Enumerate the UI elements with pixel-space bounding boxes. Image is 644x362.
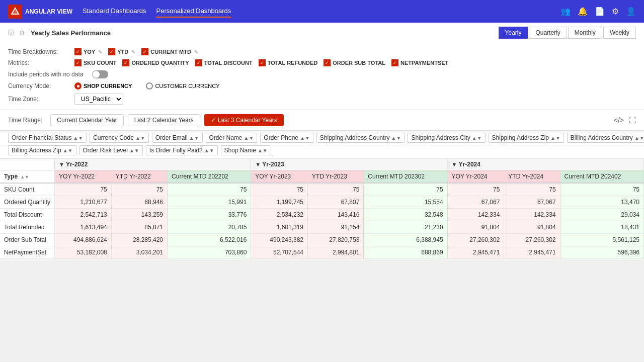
data-cell: 15,991 <box>168 196 251 209</box>
chip-order-financial-status[interactable]: Order Financial Status ▲▼ <box>8 133 87 143</box>
top-nav: ANGULAR VIEW Standard Dashboards Persona… <box>0 0 644 23</box>
data-cell: 28,285,420 <box>111 234 167 246</box>
chip-billing-country[interactable]: Billing Address Country ▲▼ <box>567 133 644 143</box>
radio-shop-currency[interactable]: SHOP CURRENCY <box>74 82 132 89</box>
nav-personalized-dashboards[interactable]: Personalized Dashboards <box>156 5 231 18</box>
tab-quarterly[interactable]: Quarterly <box>529 27 567 39</box>
table-row: Order Sub Total494,886,62428,285,4206,52… <box>0 234 644 246</box>
col-mtd-2024[interactable]: Current MTD 202402 <box>560 170 643 184</box>
metrics-row: Metrics: ✓ SKU COUNT ✓ ORDERED QUANTITY … <box>8 59 636 66</box>
code-icon[interactable]: </> <box>614 116 624 124</box>
range-last-3-years[interactable]: ✓Last 3 Calendar Years <box>204 114 284 126</box>
col-yoy-2022[interactable]: YOY Yr-2022 <box>55 170 112 184</box>
data-cell: 1,199,745 <box>251 196 308 209</box>
chip-currency-code[interactable]: Currency Code ▲▼ <box>90 133 149 143</box>
col-yoy-2024[interactable]: YOY Yr-2024 <box>447 170 504 184</box>
chip-sort-icon: ▲▼ <box>244 135 254 141</box>
chip-order-phone[interactable]: Order Phone ▲▼ <box>260 133 313 143</box>
chip-order-name[interactable]: Order Name ▲▼ <box>206 133 258 143</box>
checkbox-sku-count[interactable]: ✓ SKU COUNT <box>74 59 116 66</box>
user-icon[interactable]: 👤 <box>626 7 636 16</box>
data-cell: 91,154 <box>308 221 364 234</box>
col-ytd-2022[interactable]: YTD Yr-2022 <box>111 170 167 184</box>
sliders-icon[interactable]: ⚙ <box>612 7 619 16</box>
chip-fully-paid[interactable]: Is Order Fully Paid? ▲▼ <box>146 145 218 155</box>
time-range-actions: </> ⛶ <box>614 116 636 124</box>
no-data-toggle[interactable] <box>92 70 108 78</box>
data-cell: 33,776 <box>168 209 251 221</box>
checkbox-ordered-qty[interactable]: ✓ ORDERED QUANTITY <box>122 59 189 66</box>
col-mtd-2022[interactable]: Current MTD 202202 <box>168 170 251 184</box>
tab-monthly[interactable]: Monthly <box>568 27 602 39</box>
range-current-year[interactable]: Current Calendar Year <box>50 114 123 126</box>
yr2023-header: ▼ Yr-2023 <box>251 159 447 170</box>
tab-yearly[interactable]: Yearly <box>499 27 528 39</box>
yr2022-header: ▼ Yr-2022 <box>55 159 251 170</box>
chip-shop-name[interactable]: Shop Name ▲▼ <box>221 145 271 155</box>
col-mtd-2023[interactable]: Current MTD 202302 <box>364 170 447 184</box>
cb-sku-box: ✓ <box>74 59 82 66</box>
data-cell: 494,886,624 <box>55 234 112 246</box>
edit-mtd-icon[interactable]: ✎ <box>194 49 198 55</box>
checkbox-netpaymentset[interactable]: ✓ NETPAYMENTSET <box>391 59 448 66</box>
chip-billing-zip[interactable]: Billing Address Zip ▲▼ <box>8 145 76 155</box>
data-table-container: ▼ Yr-2022 ▼ Yr-2023 ▼ Yr-2024 Type ▲▼ YO… <box>0 159 644 259</box>
data-cell: 688,869 <box>364 246 447 259</box>
customer-currency-label: CUSTOMER CURRENCY <box>155 83 219 89</box>
users-icon[interactable]: 👥 <box>560 7 571 16</box>
edit-ytd-icon[interactable]: ✎ <box>131 49 135 55</box>
data-cell: 85,871 <box>111 221 167 234</box>
currency-mode-label: Currency Mode: <box>8 82 68 89</box>
col-type[interactable]: Type ▲▼ <box>0 170 55 184</box>
logo[interactable]: ANGULAR VIEW <box>8 5 72 19</box>
clipboard-icon[interactable]: 📄 <box>595 7 605 16</box>
settings-icon[interactable]: ⛭ <box>19 29 26 37</box>
chip-label: Currency Code <box>93 134 134 141</box>
edit-yoy-icon[interactable]: ✎ <box>98 49 102 55</box>
tab-weekly[interactable]: Weekly <box>603 27 636 39</box>
row-type-cell: Total Discount <box>0 209 55 221</box>
expand-icon[interactable]: ⛶ <box>629 116 636 124</box>
col-yoy-2023[interactable]: YOY Yr-2023 <box>251 170 308 184</box>
chip-order-risk[interactable]: Order Risk Level ▲▼ <box>79 145 143 155</box>
checkbox-yoy[interactable]: ✓ YOY ✎ <box>74 48 102 55</box>
chip-label: Billing Address Country <box>571 134 633 141</box>
data-cell: 68,946 <box>111 196 167 209</box>
bell-icon[interactable]: 🔔 <box>578 7 588 16</box>
table-row: NetPaymentSet53,182,0083,034,201703,8605… <box>0 246 644 259</box>
nav-standard-dashboards[interactable]: Standard Dashboards <box>83 5 146 18</box>
chip-shipping-city[interactable]: Shipping Address City ▲▼ <box>408 133 485 143</box>
cb-nps-label: NETPAYMENTSET <box>400 60 448 66</box>
data-cell: 53,182,008 <box>55 246 112 259</box>
chip-label: Is Order Fully Paid? <box>149 147 203 154</box>
data-cell: 15,554 <box>364 196 447 209</box>
data-cell: 6,522,016 <box>168 234 251 246</box>
checkbox-mtd-label: CURRENT MTD <box>150 49 191 55</box>
chip-label: Billing Address Zip <box>12 147 61 154</box>
chip-shipping-zip[interactable]: Shipping Address Zip ▲▼ <box>489 133 564 143</box>
data-cell: 2,534,232 <box>251 209 308 221</box>
data-cell: 703,860 <box>168 246 251 259</box>
filter-chips-row1: Order Financial Status ▲▼ Currency Code … <box>0 131 644 145</box>
chip-sort-icon: ▲▼ <box>63 148 73 153</box>
checkbox-total-discount[interactable]: ✓ TOTAL DISCOUNT <box>195 59 253 66</box>
checkbox-ytd[interactable]: ✓ YTD ✎ <box>108 48 135 55</box>
checkbox-order-sub-total[interactable]: ✓ ORDER SUB TOTAL <box>324 59 385 66</box>
col-ytd-2023[interactable]: YTD Yr-2023 <box>308 170 364 184</box>
data-cell: 75 <box>111 183 167 196</box>
radio-customer-currency[interactable]: CUSTOMER CURRENCY <box>146 82 219 89</box>
chip-shipping-country[interactable]: Shipping Address Country ▲▼ <box>316 133 405 143</box>
checkbox-total-refunded[interactable]: ✓ TOTAL REFUNDED <box>259 59 318 66</box>
checkbox-current-mtd[interactable]: ✓ CURRENT MTD ✎ <box>141 48 198 55</box>
range-last-2-years[interactable]: Last 2 Calendar Years <box>128 114 200 126</box>
data-cell: 2,945,471 <box>504 246 560 259</box>
col-ytd-2024[interactable]: YTD Yr-2024 <box>504 170 560 184</box>
col-header-row: Type ▲▼ YOY Yr-2022 YTD Yr-2022 Current … <box>0 170 644 184</box>
table-body: SKU Count757575757575757575Ordered Quant… <box>0 183 644 259</box>
chip-order-email[interactable]: Order Email ▲▼ <box>152 133 203 143</box>
cb-ost-label: ORDER SUB TOTAL <box>333 60 385 66</box>
metrics-label: Metrics: <box>8 59 68 66</box>
help-icon[interactable]: ⓘ <box>8 29 14 37</box>
no-data-row: Include periods with no data <box>8 70 636 78</box>
timezone-select[interactable]: US_Pacific <box>74 94 123 105</box>
